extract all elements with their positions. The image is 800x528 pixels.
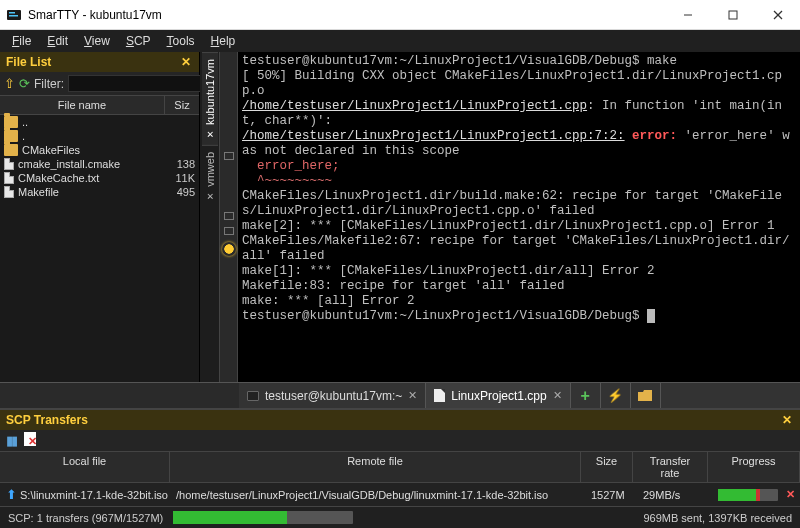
menu-file[interactable]: File [4,32,39,50]
svg-rect-4 [729,11,737,19]
file-name: CMakeFiles [22,144,165,156]
new-tab-button[interactable]: + [571,383,601,408]
file-icon [4,186,14,198]
col-rate[interactable]: Transfer rate [633,452,708,482]
file-row[interactable]: . [0,129,199,143]
status-progress-bar [173,511,353,524]
col-local[interactable]: Local file [0,452,170,482]
upload-arrow-icon: ⬆ [0,485,14,504]
tab-close-icon[interactable]: ✕ [205,129,215,139]
statusbar: SCP: 1 transfers (967M/1527M) 969MB sent… [0,506,800,528]
menu-view[interactable]: View [76,32,118,50]
minimize-button[interactable] [665,0,710,30]
up-folder-icon[interactable]: ⇧ [4,76,15,92]
gutter-mark-icon [224,227,234,235]
folder-icon [4,144,18,156]
status-network-label: 969MB sent, 1397KB received [643,512,792,524]
file-list-columns: File name Siz [0,95,199,115]
col-file-name[interactable]: File name [0,96,165,114]
scp-header: SCP Transfers ✕ [0,410,800,430]
gutter-mark-icon [224,152,234,160]
document-tabstrip: testuser@kubuntu17vm:~✕LinuxProject1.cpp… [0,382,800,408]
scp-transfers-panel: SCP Transfers ✕ ▮▮ ✕ Local file Remote f… [0,408,800,506]
terminal-pane: testuser@kubuntu17vm:~/LinuxProject1/Vis… [238,52,800,382]
scp-remote-path: /home/testuser/LinuxProject1/VisualGDB/D… [170,487,585,503]
document-tab[interactable]: LinuxProject1.cpp✕ [426,383,570,408]
col-file-size[interactable]: Siz [165,96,199,114]
scp-rows: ⬆S:\linuxmint-17.1-kde-32bit.iso/home/te… [0,483,800,506]
file-row[interactable]: CMakeCache.txt11K [0,171,199,185]
close-button[interactable] [755,0,800,30]
file-name: . [22,130,165,142]
filter-label: Filter: [34,77,64,91]
gutter-mark-icon [224,212,234,220]
file-size: 138 [165,158,195,170]
open-folder-button[interactable] [631,383,661,408]
scp-row[interactable]: ⬆S:\linuxmint-17.1-kde-32bit.iso/home/te… [0,483,800,506]
document-tab[interactable]: testuser@kubuntu17vm:~✕ [239,383,426,408]
session-tab[interactable]: ✕vmweb [202,145,218,207]
svg-rect-2 [9,15,18,17]
terminal-gutter [220,52,238,382]
menu-tools[interactable]: Tools [159,32,203,50]
refresh-icon[interactable]: ⟳ [19,76,30,92]
titlebar: SmarTTY - kubuntu17vm [0,0,800,30]
cancel-transfer-button[interactable]: ✕ [780,486,800,503]
file-list-header: File List ✕ [0,52,199,72]
session-tab[interactable]: ✕kubuntu17vm [202,52,218,145]
scp-title: SCP Transfers [6,413,88,427]
file-list-close-icon[interactable]: ✕ [179,55,193,69]
file-row[interactable]: .. [0,115,199,129]
scp-rate: 29MB/s [637,487,712,503]
main-area: File List ✕ ⇧ ⟳ Filter: File name Siz ..… [0,52,800,382]
menu-help[interactable]: Help [203,32,244,50]
scp-size: 1527M [585,487,637,503]
scp-close-icon[interactable]: ✕ [780,413,794,427]
terminal-cursor [647,309,655,323]
svg-rect-1 [9,12,15,14]
col-progress[interactable]: Progress [708,452,800,482]
file-row[interactable]: Makefile495 [0,185,199,199]
scp-columns: Local file Remote file Size Transfer rat… [0,451,800,483]
tab-close-icon[interactable]: ✕ [205,191,215,201]
tab-close-icon[interactable]: ✕ [553,389,562,402]
menu-scp[interactable]: SCP [118,32,159,50]
file-size: 495 [165,186,195,198]
terminal-icon [247,391,259,401]
pause-transfers-button[interactable]: ▮▮ [6,433,16,448]
col-size[interactable]: Size [581,452,633,482]
file-list-title: File List [6,55,51,69]
col-remote[interactable]: Remote file [170,452,581,482]
scp-toolbar: ▮▮ ✕ [0,430,800,451]
scp-local-path: S:\linuxmint-17.1-kde-32bit.iso [14,487,170,503]
file-size: 11K [165,172,195,184]
suggestion-bulb-icon[interactable] [222,242,236,256]
file-list-panel: File List ✕ ⇧ ⟳ Filter: File name Siz ..… [0,52,200,382]
file-icon [434,389,445,402]
session-tabstrip: ✕kubuntu17vm✕vmweb [200,52,220,382]
menu-edit[interactable]: Edit [39,32,76,50]
session-tab-label: kubuntu17vm [204,59,216,125]
tab-close-icon[interactable]: ✕ [408,389,417,402]
window-title: SmarTTY - kubuntu17vm [28,8,665,22]
app-icon [6,7,22,23]
file-row[interactable]: cmake_install.cmake138 [0,157,199,171]
terminal-output[interactable]: testuser@kubuntu17vm:~/LinuxProject1/Vis… [238,52,800,382]
filter-input[interactable] [68,75,214,92]
file-name: Makefile [18,186,165,198]
document-tab-label: LinuxProject1.cpp [451,389,546,403]
file-icon [4,172,14,184]
quick-action-button[interactable]: ⚡ [601,383,631,408]
session-tab-label: vmweb [204,152,216,187]
file-name: .. [22,116,165,128]
maximize-button[interactable] [710,0,755,30]
file-row[interactable]: CMakeFiles [0,143,199,157]
clear-transfers-button[interactable]: ✕ [24,432,36,449]
file-icon [4,158,14,170]
file-list-filter-bar: ⇧ ⟳ Filter: [0,72,199,95]
file-name: cmake_install.cmake [18,158,165,170]
document-tab-label: testuser@kubuntu17vm:~ [265,389,402,403]
status-transfer-label: SCP: 1 transfers (967M/1527M) [8,512,163,524]
scp-progress [712,487,780,503]
file-name: CMakeCache.txt [18,172,165,184]
